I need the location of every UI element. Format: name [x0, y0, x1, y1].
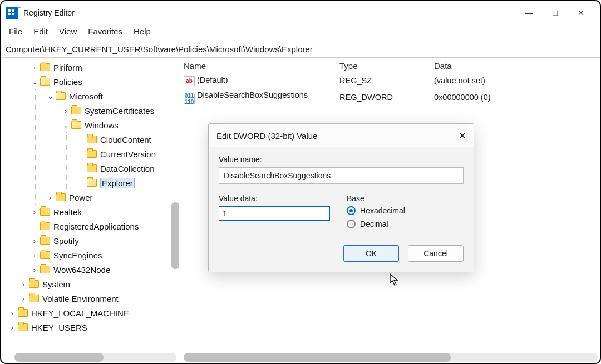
folder-icon	[40, 78, 50, 86]
folder-icon	[29, 280, 39, 288]
cancel-button[interactable]: Cancel	[408, 245, 464, 262]
tree-pane: ›Piriform ⌄Policies ⌄Microsoft ›SystemCe…	[1, 58, 179, 363]
window-controls: — □ ✕	[525, 8, 595, 17]
tree-item-spotify[interactable]: ›Spotify	[1, 233, 179, 248]
menu-favorites[interactable]: Favorites	[88, 27, 122, 36]
folder-icon	[71, 107, 81, 114]
chevron-right-icon[interactable]: ›	[30, 266, 39, 274]
tree-item-policies[interactable]: ⌄Policies	[1, 74, 179, 89]
tree-item-explorer[interactable]: Explorer	[67, 176, 179, 190]
folder-icon	[87, 150, 97, 158]
close-button[interactable]: ✕	[578, 8, 584, 17]
tree-item-piriform[interactable]: ›Piriform	[1, 60, 179, 74]
folder-icon	[18, 323, 28, 331]
radio-icon	[347, 206, 356, 215]
menu-file[interactable]: File	[9, 27, 22, 36]
menubar: File Edit View Favorites Help	[1, 24, 600, 41]
value-data-label: Value data:	[219, 194, 330, 203]
value-row[interactable]: 011110DisableSearchBoxSuggestions REG_DW…	[179, 88, 600, 106]
radio-hexadecimal[interactable]: Hexadecimal	[347, 206, 405, 215]
tree-vertical-scrollbar[interactable]	[171, 202, 179, 269]
tree-item-hku[interactable]: ›HKEY_USERS	[1, 320, 179, 335]
chevron-right-icon[interactable]: ›	[30, 63, 39, 72]
dword-value-icon: 011110	[184, 94, 195, 104]
folder-icon	[40, 63, 50, 71]
folder-icon	[40, 222, 50, 230]
maximize-button[interactable]: □	[553, 8, 558, 17]
value-name-label: Value name:	[219, 155, 464, 164]
folder-icon	[71, 121, 81, 129]
tree-item-registeredapplications[interactable]: RegisteredApplications	[1, 219, 179, 233]
folder-icon	[56, 193, 66, 201]
tree-item-microsoft[interactable]: ⌄Microsoft	[36, 89, 179, 103]
window-title: Registry Editor	[23, 8, 75, 17]
folder-icon	[40, 237, 50, 245]
col-data[interactable]: Data	[434, 61, 595, 71]
folder-icon	[56, 92, 66, 100]
tree-item-syncengines[interactable]: ›SyncEngines	[1, 248, 179, 262]
folder-icon	[87, 179, 97, 187]
base-label: Base	[347, 194, 405, 203]
chevron-down-icon[interactable]: ⌄	[61, 121, 70, 129]
tree-horizontal-scrollbar[interactable]	[14, 353, 176, 362]
tree-item-hklm[interactable]: ›HKEY_LOCAL_MACHINE	[1, 306, 179, 320]
tree-item-power[interactable]: ›Power	[36, 190, 179, 205]
folder-icon	[40, 266, 50, 273]
chevron-right-icon[interactable]: ›	[8, 323, 17, 332]
tree-item-volatile-environment[interactable]: ›Volatile Environment	[1, 291, 179, 306]
folder-icon	[87, 164, 97, 172]
value-data-input[interactable]	[219, 206, 330, 221]
folder-icon	[18, 309, 28, 317]
menu-view[interactable]: View	[59, 27, 77, 36]
edit-dword-dialog: Edit DWORD (32-bit) Value ✕ Value name: …	[208, 123, 474, 272]
chevron-right-icon[interactable]: ›	[30, 237, 39, 245]
menu-edit[interactable]: Edit	[33, 27, 48, 36]
radio-icon	[347, 220, 356, 228]
tree-item-wow6432node[interactable]: ›Wow6432Node	[1, 262, 179, 277]
string-value-icon: ab	[184, 76, 195, 86]
tree-item-currentversion[interactable]: CurrentVersion	[67, 147, 179, 161]
col-name[interactable]: Name	[184, 61, 339, 71]
chevron-right-icon[interactable]: ›	[8, 309, 17, 317]
tree-item-systemcertificates[interactable]: ›SystemCertificates	[51, 103, 179, 118]
col-type[interactable]: Type	[339, 61, 434, 71]
chevron-right-icon[interactable]: ›	[46, 193, 55, 202]
chevron-down-icon[interactable]: ⌄	[46, 92, 55, 101]
scrollbar-thumb[interactable]	[14, 353, 104, 362]
folder-icon	[29, 295, 39, 302]
column-headers: Name Type Data	[179, 58, 600, 73]
chevron-down-icon[interactable]: ⌄	[30, 78, 39, 86]
menu-help[interactable]: Help	[134, 27, 151, 36]
chevron-right-icon[interactable]: ›	[19, 295, 28, 303]
value-row[interactable]: ab(Default) REG_SZ (value not set)	[179, 73, 600, 88]
tree-item-cloudcontent[interactable]: CloudContent	[67, 132, 179, 147]
tree-item-datacollection[interactable]: DataCollection	[67, 161, 179, 176]
chevron-right-icon[interactable]: ›	[19, 280, 28, 288]
tree-item-system[interactable]: ›System	[1, 277, 179, 291]
regedit-icon: ✦	[6, 7, 18, 19]
folder-icon	[40, 208, 50, 216]
minimize-button[interactable]: —	[525, 8, 533, 17]
dialog-title: Edit DWORD (32-bit) Value	[216, 131, 317, 141]
radio-decimal[interactable]: Decimal	[347, 220, 405, 228]
titlebar: ✦ Registry Editor — □ ✕	[1, 1, 600, 24]
folder-icon	[87, 136, 97, 143]
ok-button[interactable]: OK	[343, 245, 399, 262]
value-name-field[interactable]: DisableSearchBoxSuggestions	[219, 167, 464, 184]
chevron-right-icon[interactable]: ›	[30, 251, 39, 260]
chevron-right-icon[interactable]: ›	[61, 107, 70, 115]
dialog-titlebar: Edit DWORD (32-bit) Value ✕	[209, 124, 474, 147]
address-bar[interactable]: Computer\HKEY_CURRENT_USER\Software\Poli…	[1, 41, 600, 58]
folder-icon	[40, 251, 50, 259]
tree-item-windows[interactable]: ⌄Windows	[51, 118, 179, 132]
tree-item-realtek[interactable]: ›Realtek	[1, 205, 179, 219]
chevron-right-icon[interactable]: ›	[30, 208, 39, 216]
scrollbar-thumb[interactable]	[184, 353, 451, 362]
dialog-close-button[interactable]: ✕	[459, 131, 466, 141]
list-horizontal-scrollbar[interactable]	[184, 353, 598, 362]
